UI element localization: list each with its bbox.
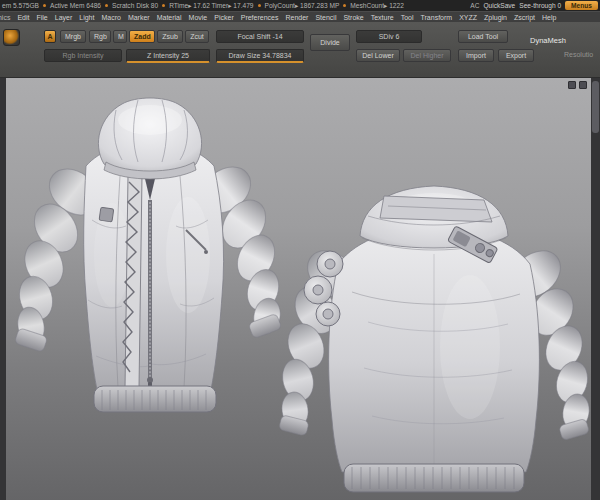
zbrush-logo-icon[interactable]	[3, 29, 20, 46]
separator-dot	[258, 4, 261, 7]
menu-item-marker[interactable]: Marker	[128, 14, 150, 21]
document-canvas[interactable]	[0, 78, 600, 500]
color-swatch[interactable]: A	[44, 30, 56, 43]
focal-shift-slider[interactable]: Focal Shift -14	[216, 30, 304, 43]
canvas-corner-icon-1[interactable]	[579, 81, 587, 89]
load-tool-button[interactable]: Load Tool	[458, 30, 508, 43]
top-shelf: A Mrgb Rgb M Zadd Zsub Zcut Rgb Intensit…	[0, 22, 600, 78]
rgb-button[interactable]: Rgb	[89, 30, 111, 43]
zbrush-window: em 5.575GB Active Mem 6486 Scratch Disk …	[0, 0, 600, 500]
front-waistband	[94, 386, 216, 412]
stat-scratch-disk: Scratch Disk 80	[112, 2, 158, 9]
zadd-button[interactable]: Zadd	[129, 30, 155, 43]
menu-item-transform[interactable]: Transform	[421, 14, 453, 21]
canvas-right-edge	[591, 78, 600, 500]
separator-dot	[105, 4, 108, 7]
sdiv-slider[interactable]: SDiv 6	[356, 30, 422, 43]
canvas-corner-icon-2[interactable]	[568, 81, 576, 89]
resolution-slider-partial[interactable]: Resolutio	[564, 51, 600, 58]
ac-indicator: AC	[470, 2, 479, 9]
draw-size-slider[interactable]: Draw Size 34.78834	[216, 49, 304, 63]
m-button[interactable]: M	[113, 30, 127, 43]
menu-item-preferences[interactable]: Preferences	[241, 14, 279, 21]
menu-item-help[interactable]: Help	[542, 14, 556, 21]
menu-item-texture[interactable]: Texture	[371, 14, 394, 21]
z-intensity-slider[interactable]: Z Intensity 25	[126, 49, 210, 63]
front-hood	[98, 98, 201, 179]
menu-item-tool[interactable]: Tool	[401, 14, 414, 21]
menu-item-stroke[interactable]: Stroke	[343, 14, 363, 21]
separator-dot	[343, 4, 346, 7]
menu-item-render[interactable]: Render	[285, 14, 308, 21]
separator-dot	[162, 4, 165, 7]
rgb-intensity-slider[interactable]: Rgb Intensity	[44, 49, 122, 62]
export-button[interactable]: Export	[498, 49, 534, 62]
menu-item-light[interactable]: Light	[79, 14, 94, 21]
sculpt-jacket-front-view[interactable]	[0, 80, 292, 436]
del-higher-button[interactable]: Del Higher	[403, 49, 451, 62]
menu-item-movie[interactable]: Movie	[189, 14, 208, 21]
menu-item-stencil[interactable]: Stencil	[315, 14, 336, 21]
status-bar: em 5.575GB Active Mem 6486 Scratch Disk …	[0, 0, 600, 11]
stat-render-time: RTime▸ 17.62 Timer▸ 17.479	[169, 2, 253, 10]
see-through-slider[interactable]: See-through 0	[519, 2, 561, 9]
separator-dot	[43, 4, 46, 7]
menu-item-edit[interactable]: Edit	[17, 14, 29, 21]
menu-item-zscript[interactable]: Zscript	[514, 14, 535, 21]
menu-bar: mics Edit File Layer Light Macro Marker …	[0, 11, 600, 22]
menu-item-dynamics-partial[interactable]: mics	[0, 14, 10, 21]
stat-active-mem: Active Mem 6486	[50, 2, 101, 9]
mrgb-button[interactable]: Mrgb	[60, 30, 86, 43]
menus-button[interactable]: Menus	[565, 1, 598, 10]
menu-item-macro[interactable]: Macro	[101, 14, 120, 21]
menu-item-layer[interactable]: Layer	[55, 14, 73, 21]
menu-item-material[interactable]: Material	[157, 14, 182, 21]
dynamesh-button[interactable]: DynaMesh	[530, 36, 566, 45]
back-torso	[329, 228, 540, 472]
see-through-value: 0	[557, 2, 561, 9]
import-button[interactable]: Import	[458, 49, 494, 62]
see-through-label: See-through	[519, 2, 555, 9]
menu-item-zplugin[interactable]: Zplugin	[484, 14, 507, 21]
stat-meshcount: MeshCount▸ 1222	[350, 2, 404, 10]
sculpt-jacket-back-view[interactable]	[268, 172, 600, 500]
back-hood-panel	[360, 186, 508, 250]
menu-item-xyzz[interactable]: XYZZ	[459, 14, 477, 21]
stat-polycount: PolyCount▸ 1867.283 MP	[265, 2, 340, 10]
divide-button[interactable]: Divide	[310, 34, 350, 51]
menu-item-file[interactable]: File	[36, 14, 47, 21]
stat-free-mem: em 5.575GB	[2, 2, 39, 9]
menu-item-picker[interactable]: Picker	[214, 14, 233, 21]
del-lower-button[interactable]: Del Lower	[356, 49, 400, 62]
back-waistband	[344, 464, 524, 492]
zcut-button[interactable]: Zcut	[185, 30, 209, 43]
quicksave-button[interactable]: QuickSave	[483, 2, 515, 9]
canvas-scrollbar-thumb[interactable]	[592, 81, 599, 133]
zsub-button[interactable]: Zsub	[157, 30, 183, 43]
